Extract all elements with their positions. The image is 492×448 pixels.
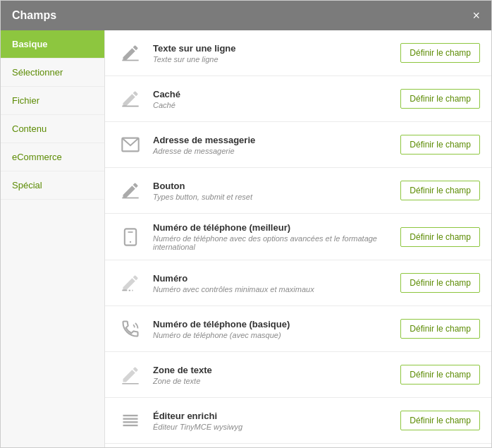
field-row: Adresse de messagerieAdresse de messager… <box>105 122 491 168</box>
define-field-button[interactable]: Définir le champ <box>400 89 480 109</box>
field-row: URLEntrée d'URL pour les adresses de sit… <box>105 444 491 447</box>
pencil-icon <box>116 176 144 205</box>
content-area: Texte sur une ligneTexte sur une ligneDé… <box>105 30 491 447</box>
field-text-numero: NuméroNuméro avec contrôles minimaux et … <box>153 273 392 293</box>
field-desc: Zone de texte <box>153 377 392 385</box>
field-desc: Texte sur une ligne <box>153 55 392 63</box>
sidebar-item-fichier[interactable]: Fichier <box>1 87 104 115</box>
sidebar: BasiqueSélectionnerFichierContenueCommer… <box>1 30 105 447</box>
field-text-editeur-enrichi: Éditeur enrichiÉditeur TinyMCE wysiwyg <box>153 411 392 431</box>
field-name: Éditeur enrichi <box>153 411 392 421</box>
field-name: Zone de texte <box>153 365 392 375</box>
lines-icon <box>116 406 144 435</box>
pencil-lines-icon <box>116 361 144 389</box>
field-text-telephone-meilleur: Numéro de téléphone (meilleur)Numéro de … <box>153 222 392 251</box>
define-field-button[interactable]: Définir le champ <box>400 365 480 385</box>
field-row: Numéro de téléphone (meilleur)Numéro de … <box>105 214 491 260</box>
pencil-small-icon <box>116 85 144 113</box>
field-name: Caché <box>153 89 392 99</box>
define-field-button[interactable]: Définir le champ <box>400 411 480 430</box>
field-name: Texte sur une ligne <box>153 43 392 54</box>
phone-icon <box>116 223 144 251</box>
modal-title: Champs <box>12 9 56 22</box>
field-text-cache: CachéCaché <box>153 89 392 109</box>
modal: Champs × BasiqueSélectionnerFichierConte… <box>0 0 492 448</box>
svg-point-6 <box>130 241 131 242</box>
define-field-button[interactable]: Définir le champ <box>400 273 480 293</box>
field-desc: Éditeur TinyMCE wysiwyg <box>153 423 392 431</box>
sidebar-item-selectionner[interactable]: Sélectionner <box>1 59 104 87</box>
field-desc: Numéro de téléphone avec des options ava… <box>153 234 392 251</box>
sidebar-item-ecommerce[interactable]: eCommerce <box>1 143 104 171</box>
define-field-button[interactable]: Définir le champ <box>400 43 480 63</box>
define-field-button[interactable]: Définir le champ <box>400 227 480 247</box>
envelope-icon <box>116 131 144 159</box>
close-button[interactable]: × <box>472 9 480 22</box>
field-row: Numéro de téléphone (basique)Numéro de t… <box>105 306 491 352</box>
sidebar-item-contenu[interactable]: Contenu <box>1 115 104 143</box>
field-name: Bouton <box>153 181 392 191</box>
field-text-zone-texte: Zone de texteZone de texte <box>153 365 392 385</box>
field-row: NuméroNuméro avec contrôles minimaux et … <box>105 260 491 306</box>
define-field-button[interactable]: Définir le champ <box>400 135 480 155</box>
field-text-texte-ligne: Texte sur une ligneTexte sur une ligne <box>153 43 392 63</box>
pencil-dash-icon <box>116 269 144 297</box>
field-desc: Adresse de messagerie <box>153 147 392 155</box>
field-desc: Caché <box>153 101 392 109</box>
field-row: CachéCachéDéfinir le champ <box>105 76 491 122</box>
field-name: Numéro de téléphone (basique) <box>153 319 392 329</box>
field-text-bouton: BoutonTypes button, submit et reset <box>153 181 392 201</box>
field-name: Numéro <box>153 273 392 284</box>
field-row: BoutonTypes button, submit et resetDéfin… <box>105 168 491 214</box>
field-desc: Types button, submit et reset <box>153 193 392 201</box>
field-name: Numéro de téléphone (meilleur) <box>153 222 392 233</box>
field-desc: Numéro de téléphone (avec masque) <box>153 331 392 339</box>
modal-body: BasiqueSélectionnerFichierContenueCommer… <box>1 30 491 447</box>
define-field-button[interactable]: Définir le champ <box>400 319 480 339</box>
field-row: Zone de texteZone de texteDéfinir le cha… <box>105 352 491 398</box>
sidebar-item-special[interactable]: Spécial <box>1 171 104 200</box>
sidebar-item-basique[interactable]: Basique <box>1 30 104 59</box>
define-field-button[interactable]: Définir le champ <box>400 181 480 200</box>
field-name: Adresse de messagerie <box>153 135 392 145</box>
field-desc: Numéro avec contrôles minimaux et maxima… <box>153 285 392 293</box>
field-row: Éditeur enrichiÉditeur TinyMCE wysiwygDé… <box>105 398 491 444</box>
field-text-adresse-messagerie: Adresse de messagerieAdresse de messager… <box>153 135 392 155</box>
field-text-telephone-basique: Numéro de téléphone (basique)Numéro de t… <box>153 319 392 339</box>
pencil-icon <box>116 39 144 67</box>
phone-wave-icon <box>116 315 144 343</box>
field-row: Texte sur une ligneTexte sur une ligneDé… <box>105 30 491 76</box>
modal-header: Champs × <box>1 1 491 30</box>
